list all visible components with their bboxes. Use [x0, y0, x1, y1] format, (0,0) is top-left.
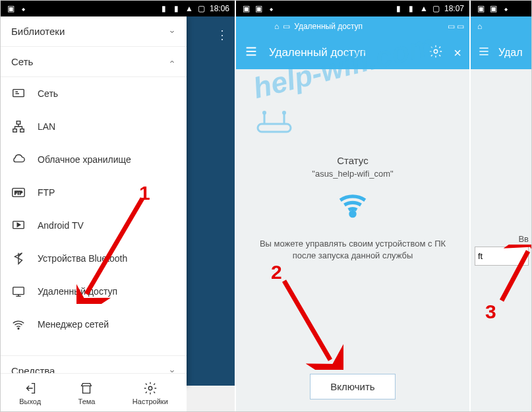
status-bar: ▣ ▣ ⬥: [471, 1, 532, 16]
app-icon: ▣: [254, 4, 263, 13]
menu-icon[interactable]: [477, 45, 490, 61]
cloud-icon: [11, 152, 26, 167]
wifi-icon: ▲: [419, 4, 429, 13]
watermark-router-icon: [254, 109, 294, 136]
recent-tab-bar[interactable]: ⌂: [471, 16, 532, 36]
status-bar: ▣ ▣ ⬥ ▮ ▮ ▲ ▢ 18:07: [236, 1, 469, 16]
exit-icon: [23, 381, 38, 396]
nav-label: Настройки: [133, 397, 168, 405]
section-label: Библиотеки: [11, 26, 65, 37]
enable-button[interactable]: Включить: [310, 374, 396, 399]
svg-point-8: [18, 328, 19, 330]
wifi-icon: [333, 188, 372, 221]
svg-text:FTP: FTP: [15, 191, 22, 195]
svg-point-11: [351, 212, 355, 216]
nav-exit[interactable]: Выход: [19, 381, 41, 405]
bluetooth-icon: [11, 251, 26, 266]
app-icon: ▣: [6, 4, 15, 13]
gear-icon[interactable]: [429, 44, 443, 62]
signal-icon: ▮: [172, 4, 181, 13]
page-title: Удаленный доступ: [269, 46, 418, 59]
tab-label: Удаленный доступ: [294, 22, 363, 31]
svg-rect-1: [16, 121, 20, 125]
annotation-arrow-1: [76, 195, 156, 304]
shield-icon: ⬥: [18, 4, 28, 13]
app-icon: ▣: [241, 4, 251, 13]
lan-icon: [11, 119, 26, 134]
signal-icon: ▮: [394, 4, 403, 13]
battery-icon: ▢: [197, 4, 206, 13]
wifi-icon: ▲: [185, 4, 194, 13]
svg-rect-2: [13, 129, 17, 132]
home-icon: ⌂: [274, 22, 279, 31]
annotation-number-2: 2: [271, 261, 282, 283]
wifi-manager-icon: [11, 317, 26, 332]
chevron-up-icon: [168, 58, 176, 66]
device-name: "asus_help-wifi_com": [243, 169, 463, 179]
shield-icon: ⬥: [266, 4, 276, 13]
menu-icon[interactable]: [244, 44, 258, 62]
input-label: Вв: [475, 234, 529, 244]
battery-icon: ▢: [432, 4, 441, 13]
svg-rect-3: [20, 129, 24, 132]
page-title: Удал: [498, 47, 522, 59]
status-heading: Статус: [243, 155, 463, 166]
tv-icon: [11, 218, 26, 233]
app-icon: ▣: [476, 4, 485, 13]
menu-item-lan[interactable]: LAN: [1, 110, 187, 143]
shield-icon: ⬥: [501, 4, 510, 13]
phone-screenshot-2: ▣ ▣ ⬥ ▮ ▮ ▲ ▢ 18:07 ⌂ ▭ Удаленный доступ…: [236, 1, 469, 412]
menu-item-network[interactable]: Сеть: [1, 77, 187, 110]
section-libraries[interactable]: Библиотеки: [1, 16, 187, 47]
menu-item-cloud[interactable]: Облачное хранилище: [1, 143, 187, 176]
section-network[interactable]: Сеть: [1, 47, 187, 77]
gear-icon: [143, 381, 158, 396]
menu-item-network-manager[interactable]: Менеджер сетей: [1, 308, 187, 341]
svg-point-10: [434, 49, 438, 53]
svg-rect-12: [258, 124, 291, 132]
app-bar: Удаленный доступ ×: [236, 36, 469, 69]
content-area: Вв: [471, 69, 532, 412]
recent-tab-bar[interactable]: ⌂ ▭ Удаленный доступ ▭ ▭: [236, 16, 469, 36]
signal-icon: ▮: [407, 4, 416, 13]
description-text: Вы можете управлять своим устройством с …: [243, 238, 463, 262]
chat-icon: ▭ ▭: [448, 22, 464, 31]
status-time: 18:07: [444, 4, 464, 13]
close-icon[interactable]: ×: [454, 45, 461, 61]
remote-icon: [11, 284, 26, 299]
phone-screenshot-3: ▣ ▣ ⬥ ⌂ Удал Вв: [471, 1, 532, 412]
svg-point-9: [148, 386, 152, 390]
annotation-arrow-3: [498, 245, 532, 304]
menu-item-label: Менеджер сетей: [38, 319, 109, 330]
status-bar: ▣ ⬥ ▮ ▮ ▲ ▢ 18:06: [1, 1, 235, 16]
overflow-icon[interactable]: ⋮: [216, 28, 228, 42]
annotation-number-3: 3: [485, 301, 496, 323]
nav-label: Выход: [19, 397, 41, 405]
svg-point-16: [282, 111, 286, 115]
svg-rect-0: [13, 90, 24, 97]
annotation-number-1: 1: [139, 182, 150, 204]
bottom-nav: Выход Тема Настройки: [1, 373, 187, 412]
menu-item-label: FTP: [38, 187, 55, 198]
section-label: Сеть: [11, 56, 33, 67]
app-bar: Удал: [471, 36, 532, 69]
svg-rect-7: [13, 287, 24, 295]
nav-settings[interactable]: Настройки: [133, 381, 168, 405]
menu-item-label: Сеть: [38, 88, 58, 99]
menu-item-label: Облачное хранилище: [38, 154, 131, 165]
annotation-arrow-2: [278, 278, 343, 370]
svg-point-15: [262, 111, 266, 115]
chevron-down-icon: [168, 28, 176, 36]
background-panel: ⋮: [187, 16, 235, 386]
home-icon: ⌂: [477, 22, 482, 31]
menu-item-label: LAN: [38, 121, 55, 132]
status-time: 18:06: [210, 4, 229, 13]
network-icon: [11, 86, 26, 101]
chat-icon: ▭: [283, 22, 290, 31]
nav-label: Тема: [78, 397, 96, 405]
ftp-icon: FTP: [11, 185, 26, 200]
signal-icon: ▮: [160, 4, 169, 13]
theme-icon: [79, 381, 94, 396]
nav-theme[interactable]: Тема: [78, 381, 96, 405]
app-icon: ▣: [488, 4, 498, 13]
